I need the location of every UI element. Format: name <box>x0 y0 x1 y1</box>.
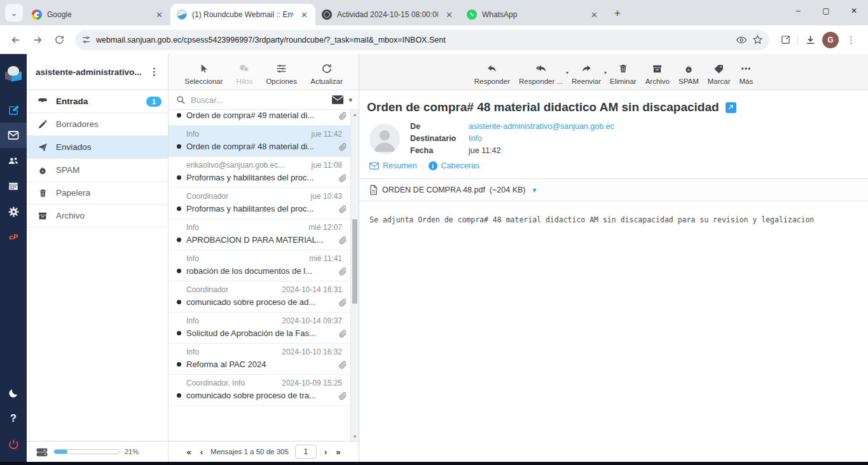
profile-avatar[interactable]: G <box>822 32 839 48</box>
folder-papelera[interactable]: Papelera <box>27 182 168 205</box>
tab-close-icon[interactable]: ✕ <box>588 9 600 21</box>
folder-spam[interactable]: SPAM <box>27 159 168 182</box>
eye-icon[interactable] <box>736 34 747 46</box>
options-button[interactable]: Opciones <box>266 62 297 85</box>
unread-dot <box>177 238 181 242</box>
search-options-chevron-icon[interactable]: ▾ <box>348 96 352 104</box>
forward-button[interactable]: Reenviar ▾ <box>572 62 601 85</box>
delete-button[interactable]: Eliminar <box>610 62 637 85</box>
attachment-name[interactable]: ORDEN DE COMPRA 48.pdf <box>382 185 485 194</box>
new-tab-button[interactable]: + <box>609 5 626 22</box>
back-button[interactable] <box>6 30 25 50</box>
search-input[interactable] <box>191 95 327 105</box>
headers-link[interactable]: i Cabeceras <box>429 161 479 170</box>
cpanel-icon[interactable]: cP <box>0 224 27 250</box>
tab-close-icon[interactable]: ✕ <box>443 9 455 21</box>
folder-enviados[interactable]: Enviados <box>27 136 168 159</box>
list-item[interactable]: Info2024-10-14 09:37 Solicitud de Aproba… <box>169 313 359 344</box>
tab-whatsapp[interactable]: WhatsApp ✕ <box>460 4 605 25</box>
tab-google[interactable]: Google ✕ <box>25 4 170 25</box>
scrollbar-thumb[interactable] <box>352 219 357 304</box>
bookmark-star-icon[interactable] <box>752 34 763 45</box>
list-item[interactable]: Coordinadorjue 10:43 Proformas y habilit… <box>169 188 359 219</box>
prev-page-button[interactable]: ‹ <box>199 447 204 457</box>
account-menu-icon[interactable]: ⋮ <box>146 66 163 78</box>
omnibox[interactable] <box>75 30 769 50</box>
pencil-icon <box>37 119 48 130</box>
send-icon <box>37 142 48 152</box>
next-page-button[interactable]: › <box>323 447 328 457</box>
scroll-down-icon[interactable]: ▼ <box>352 432 357 441</box>
scrollbar-track[interactable] <box>351 119 359 432</box>
attachment-paperclip-icon <box>338 391 347 400</box>
browser-menu-icon[interactable]: ⋮ <box>841 34 862 46</box>
mark-button[interactable]: Marcar <box>708 62 731 85</box>
more-button[interactable]: Más <box>740 62 754 85</box>
message-toolbar: Responder Responder ... ▾ Reenviar ▾ <box>359 54 868 90</box>
contacts-icon[interactable] <box>0 148 27 173</box>
archive-button[interactable]: Archivo <box>645 62 670 85</box>
tab-search-button[interactable]: ⌄ <box>5 4 23 22</box>
downloads-icon[interactable] <box>801 30 820 50</box>
list-item[interactable]: Coordinador, Info2024-10-09 15:25 comuni… <box>169 375 359 406</box>
first-page-button[interactable]: « <box>186 447 193 457</box>
mail-icon[interactable] <box>0 123 27 148</box>
last-page-button[interactable]: » <box>334 447 341 457</box>
page-number-input[interactable]: 1 <box>295 445 317 459</box>
unread-dot <box>177 362 181 367</box>
folder-label: Enviados <box>56 142 162 152</box>
window-maximize-button[interactable]: ▢ <box>812 0 840 22</box>
roundcube-favicon-icon <box>177 10 187 20</box>
search-bar[interactable]: ▾ <box>169 90 359 110</box>
forward-button[interactable] <box>28 30 47 50</box>
select-button[interactable]: Seleccionar <box>184 62 223 85</box>
folder-archivo[interactable]: Archivo <box>27 205 168 227</box>
reload-button[interactable] <box>50 30 69 50</box>
site-settings-icon[interactable] <box>81 35 91 44</box>
refresh-button[interactable]: Actualizar <box>310 62 343 85</box>
list-item-selected[interactable]: Infojue 11:42 Orden de compra# 48 materi… <box>169 126 359 157</box>
search-icon <box>176 95 186 105</box>
compose-icon[interactable] <box>0 97 27 123</box>
list-scrollbar[interactable]: ▲ ▼ <box>350 110 359 441</box>
scroll-up-icon[interactable]: ▲ <box>352 110 357 119</box>
attachment-paperclip-icon <box>338 267 347 276</box>
folder-entrada[interactable]: Entrada 1 <box>27 90 168 113</box>
list-item[interactable]: Coordinador2024-10-14 16:31 comunicado s… <box>169 281 359 313</box>
dark-mode-moon-icon[interactable] <box>0 381 27 406</box>
window-minimize-button[interactable]: – <box>784 0 812 22</box>
from-address-link[interactable]: asistente-administrativo@sanjuan.gob.ec <box>469 122 614 131</box>
tab-close-icon[interactable]: ✕ <box>298 9 310 21</box>
search-scope-envelope-icon[interactable] <box>332 95 343 104</box>
list-item[interactable]: Orden de compra# 49 material di... <box>169 110 359 126</box>
attachment-row[interactable]: ORDEN DE COMPRA 48.pdf (~204 KB) ▼ <box>359 179 868 201</box>
summary-link[interactable]: Resumen <box>369 161 417 170</box>
logout-power-icon[interactable] <box>0 431 27 457</box>
tab-close-icon[interactable]: ✕ <box>153 9 165 21</box>
unread-dot <box>177 175 181 180</box>
help-icon[interactable]: ? <box>0 406 27 431</box>
list-item[interactable]: erikaolivo@sanjuan.gob.ec...jue 11:08 Pr… <box>169 157 359 188</box>
reply-all-button[interactable]: Responder ... ▾ <box>519 62 563 85</box>
to-address-link[interactable]: Info <box>469 134 614 143</box>
spam-button[interactable]: SPAM <box>679 62 699 85</box>
forward-dropdown-icon[interactable]: ▾ <box>604 70 607 76</box>
threads-button[interactable]: Hilos <box>237 62 253 85</box>
tab-roundcube[interactable]: (1) Roundcube Webmail :: Envia ✕ <box>170 4 315 25</box>
list-item[interactable]: Infomié 11:41 robación de los documentos… <box>169 250 359 281</box>
open-in-new-window-icon[interactable] <box>726 102 736 113</box>
account-header[interactable]: asistente-administrativo... ⋮ <box>27 54 168 90</box>
unread-dot <box>177 113 181 118</box>
list-item[interactable]: Info2024-10-10 16:32 Reforma al PAC 2024 <box>169 344 359 375</box>
url-input[interactable] <box>96 36 731 44</box>
window-close-button[interactable]: ✕ <box>840 0 868 22</box>
attachment-dropdown-icon[interactable]: ▼ <box>532 187 538 194</box>
calendar-icon[interactable] <box>0 173 27 199</box>
reply-button[interactable]: Responder <box>474 62 510 85</box>
folder-borradores[interactable]: Borradores <box>27 113 168 136</box>
list-item[interactable]: Infomié 12:07 APROBACION D PARA MATERIAL… <box>169 219 359 250</box>
reply-all-dropdown-icon[interactable]: ▾ <box>566 70 568 76</box>
tab-actividad[interactable]: Actividad 2024-10-15 08:00:00 ✕ <box>315 4 460 25</box>
extensions-icon[interactable] <box>776 30 795 50</box>
settings-gear-icon[interactable] <box>0 199 27 224</box>
